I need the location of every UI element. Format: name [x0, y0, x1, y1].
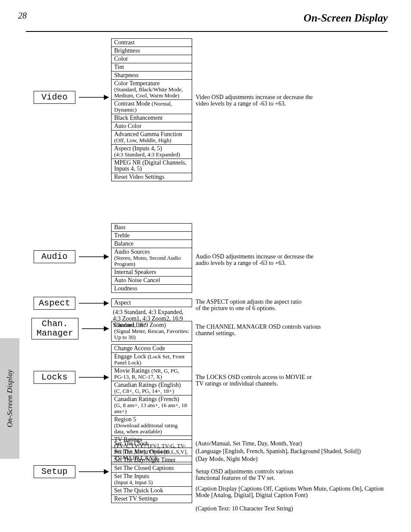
list-item: Contrast Mode (Normal, Dynamic)	[112, 100, 192, 114]
category-aspect: Aspect	[34, 297, 75, 310]
list-item: Canadian Ratings (French)(G, 8 ans+, 13 …	[112, 395, 192, 415]
list-item: Reset TV Settings	[112, 495, 192, 503]
channel-manager-options: Channel List(Signal Meter, Rescan, Favor…	[111, 321, 192, 342]
video-options: Contrast Brightness Color Tint Sharpness…	[111, 38, 192, 181]
list-item: Aspect (Inputs 4, 5)(4:3 Standard, 4:3 E…	[112, 144, 192, 159]
top-rule	[26, 31, 388, 32]
list-item: Set The Menu Options	[112, 448, 192, 456]
desc-video: Video OSD adjustments increase or decrea…	[196, 94, 313, 107]
list-item: Bass	[112, 224, 192, 231]
desc-setup: Setup OSD adjustments controls variousfu…	[196, 468, 293, 481]
list-item: Balance	[112, 240, 192, 248]
list-item: MPEG NR (Digital Channels, Inputs 4, 5)	[112, 159, 192, 173]
setup-note-clock: (Auto/Manual, Set Time, Day, Month, Year…	[196, 440, 385, 447]
list-item: Audio Sources(Stereo, Mono, Second Audio…	[112, 248, 192, 268]
setup-note-dn: (Day Mode, Night Mode)	[196, 456, 385, 462]
category-setup: Setup	[34, 465, 75, 478]
aspect-options: Aspect	[111, 299, 192, 307]
list-item: Channel List(Signal Meter, Rescan, Favor…	[112, 321, 192, 341]
category-channel-manager: Chan.Manager	[31, 318, 78, 339]
list-item: Advanced Gamma Function(Off, Low, Middle…	[112, 130, 192, 144]
list-item: Internal Speakers	[112, 268, 192, 276]
svg-marker-11	[104, 469, 109, 474]
list-item: Sharpness	[112, 71, 192, 79]
page-heading: On-Screen Display	[304, 12, 388, 24]
desc-locks: The LOCKS OSD controls access to MOVIE o…	[196, 374, 311, 387]
setup-options: Set The Clock Set The Menu Options Set T…	[111, 439, 192, 503]
list-item: Reset Video Settings	[112, 173, 192, 181]
list-item: Tint	[112, 63, 192, 71]
category-audio: Audio	[34, 250, 75, 263]
list-item: Region 5(Download additional rating data…	[112, 415, 192, 436]
desc-aspect: The ASPECT option adjusts the aspect rat…	[196, 299, 302, 311]
list-item: Black Enhancement	[112, 114, 192, 122]
category-locks: Locks	[34, 371, 75, 384]
list-item: Brightness	[112, 47, 192, 55]
category-video: Video	[34, 91, 75, 104]
svg-marker-1	[104, 95, 109, 100]
list-item: Aspect	[112, 299, 192, 307]
list-item: Color Temperature (Standard, Black/White…	[112, 79, 192, 100]
side-tab: On-Screen Display	[0, 338, 19, 459]
svg-marker-5	[104, 301, 109, 306]
list-item: Set The Inputs(Input 4, Input 5)	[112, 472, 192, 486]
list-item: Set The Quick Look	[112, 486, 192, 495]
list-item: Set The Clock	[112, 440, 192, 448]
list-item: Change Access Code	[112, 345, 192, 352]
svg-marker-3	[104, 254, 109, 259]
arrow-icon	[79, 300, 109, 307]
list-item: Canadian Ratings (English)(C, C8+, G, PG…	[112, 381, 192, 395]
list-item: Contrast	[112, 39, 192, 47]
list-item: Engage Lock (Lock Set, Front Panel Lock)	[112, 352, 192, 367]
arrow-icon	[79, 374, 109, 381]
desc-channel-manager: The CHANNEL MANAGER OSD controls various…	[196, 324, 321, 336]
setup-note-cc: (Caption Display [Captions Off, Captions…	[196, 485, 385, 498]
list-item: Auto Color	[112, 122, 192, 130]
page-number: 28	[18, 11, 27, 21]
arrow-icon	[79, 253, 109, 260]
list-item: Treble	[112, 231, 192, 240]
audio-options: Bass Treble Balance Audio Sources(Stereo…	[111, 223, 192, 293]
arrow-icon	[82, 325, 109, 332]
list-item: Movie Ratings (NR, G, PG, PG-13, R, NC-1…	[112, 367, 192, 381]
arrow-icon	[79, 468, 109, 475]
arrow-icon	[79, 94, 109, 101]
list-item: Set The Day/Night Timer	[112, 456, 192, 464]
list-item: Auto Noise Cancel	[112, 276, 192, 284]
list-item: Loudness	[112, 284, 192, 292]
svg-marker-9	[104, 375, 109, 380]
setup-note-menu: (Language [English, French, Spanish], Ba…	[196, 448, 385, 454]
list-item: Set The Closed Captions	[112, 464, 192, 472]
svg-marker-7	[104, 326, 109, 331]
desc-audio: Audio OSD adjustments increase or decrea…	[196, 253, 314, 266]
list-item: Color	[112, 55, 192, 63]
setup-note-ql: (Caption Text: 10 Character Text String)	[196, 505, 385, 512]
